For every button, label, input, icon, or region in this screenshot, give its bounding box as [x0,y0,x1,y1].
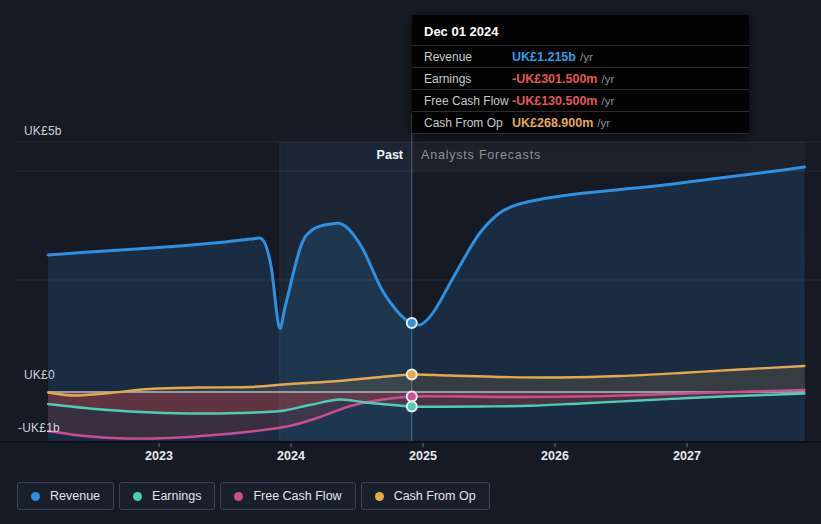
past-label: Past [300,148,403,162]
tooltip-label: Earnings [424,72,512,86]
legend-item-cash-from-op[interactable]: Cash From Op [361,482,490,510]
x-axis-label-2026: 2026 [541,449,569,463]
x-axis-label-2027: 2027 [673,449,701,463]
tooltip-value: UK£1.215b [512,50,576,64]
marker-earnings [407,402,417,412]
chart-tooltip: Dec 01 2024 Revenue UK£1.215b /yr Earnin… [412,15,749,134]
y-axis-label-0: UK£0 [24,368,55,382]
tooltip-row-revenue: Revenue UK£1.215b /yr [412,45,749,67]
marker-free-cash-flow [407,392,417,402]
x-axis-label-2023: 2023 [145,449,173,463]
tooltip-row-earnings: Earnings -UK£301.500m /yr [412,67,749,89]
tooltip-suffix: /yr [597,117,610,129]
legend-item-earnings[interactable]: Earnings [119,482,215,510]
x-axis-label-2024: 2024 [277,449,305,463]
earnings-revenue-forecast-chart: UK£5b UK£0 -UK£1b Past Analysts Forecast… [0,0,821,524]
legend-label: Cash From Op [394,489,476,503]
tooltip-suffix: /yr [580,51,593,63]
legend-item-revenue[interactable]: Revenue [17,482,114,510]
legend-label: Earnings [152,489,201,503]
tooltip-label: Cash From Op [424,116,512,130]
y-axis-label-neg1b: -UK£1b [18,421,60,435]
revenue-dot-icon [31,492,40,501]
tooltip-suffix: /yr [601,95,614,107]
free-cash-flow-dot-icon [234,492,243,501]
tooltip-suffix: /yr [601,73,614,85]
marker-revenue [407,318,417,328]
tooltip-row-free-cash-flow: Free Cash Flow -UK£130.500m /yr [412,89,749,111]
legend-label: Free Cash Flow [253,489,341,503]
earnings-dot-icon [133,492,142,501]
cash-from-op-dot-icon [375,492,384,501]
tooltip-value: UK£268.900m [512,116,593,130]
marker-cash-from-op [407,370,417,380]
chart-legend: Revenue Earnings Free Cash Flow Cash Fro… [17,482,490,510]
tooltip-label: Free Cash Flow [424,94,512,108]
tooltip-row-cash-from-op: Cash From Op UK£268.900m /yr [412,111,749,134]
analysts-forecasts-label: Analysts Forecasts [421,148,541,162]
tooltip-value: -UK£301.500m [512,72,597,86]
legend-label: Revenue [50,489,100,503]
tooltip-date: Dec 01 2024 [412,18,749,45]
x-axis-label-2025: 2025 [409,449,437,463]
legend-item-free-cash-flow[interactable]: Free Cash Flow [220,482,355,510]
y-axis-label-5b: UK£5b [24,124,62,138]
tooltip-label: Revenue [424,50,512,64]
tooltip-value: -UK£130.500m [512,94,597,108]
